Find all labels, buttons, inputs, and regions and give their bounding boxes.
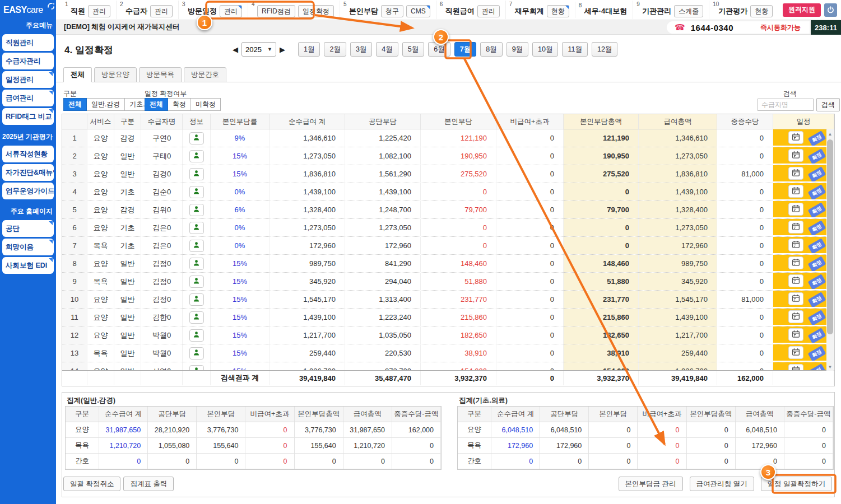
column-header: 수급자명 — [141, 114, 183, 129]
topmenu-sub-button[interactable]: 관리 — [477, 5, 500, 17]
month-button[interactable]: 11월 — [562, 42, 587, 57]
recipient-info-button[interactable] — [189, 258, 204, 270]
footer-button-left[interactable]: 집계표 출력 — [123, 477, 174, 491]
schedule-calendar-button[interactable] — [788, 221, 803, 234]
topmenu-sub-button[interactable]: 일정확정 — [298, 5, 334, 17]
sidebar-item[interactable]: 희망이음 — [2, 239, 54, 255]
year-select[interactable]: 2025 ▼ — [241, 42, 276, 57]
topmenu-sub-button[interactable]: 현황 — [750, 5, 773, 17]
row-number: 4 — [62, 183, 87, 200]
topmenu-sub-button[interactable]: 스케줄 — [674, 5, 703, 17]
recipient-class: 일반 — [114, 147, 141, 165]
column-header: 정보 — [183, 114, 211, 129]
month-button[interactable]: 4월 — [376, 42, 398, 57]
sidebar-item[interactable]: 급여관리 — [2, 90, 54, 106]
recipient-info-button[interactable] — [189, 311, 204, 324]
schedule-calendar-button[interactable] — [788, 203, 803, 216]
month-buttons: 1월2월3월4월5월6월7월8월9월10월11월12월 — [298, 42, 617, 57]
schedule-cell: 확정 — [773, 219, 827, 236]
month-button[interactable]: 7월 — [454, 42, 476, 57]
recipient-info-button[interactable] — [189, 240, 204, 252]
recipient-info-button[interactable] — [189, 150, 204, 162]
footer-button-left[interactable]: 일괄 확정취소 — [63, 477, 120, 491]
scrollbar[interactable]: ▲ ▼ — [826, 130, 834, 371]
month-button[interactable]: 5월 — [402, 42, 424, 57]
schedule-calendar-button[interactable] — [788, 256, 803, 269]
person-icon — [193, 349, 200, 358]
sidebar-item[interactable]: 수급자관리 — [2, 53, 54, 69]
schedule-calendar-button[interactable] — [788, 310, 803, 323]
tab-all[interactable]: 전체 — [63, 67, 92, 82]
topmenu-item-number: 6 — [440, 1, 443, 7]
sidebar-item[interactable]: 직원관리 — [2, 34, 54, 51]
calendar-icon — [792, 276, 800, 286]
topmenu-sub-button[interactable]: 청구 — [381, 5, 403, 17]
footer-button-right[interactable]: 본인부담금 관리 — [619, 477, 683, 491]
filter-button[interactable]: 확정 — [168, 98, 191, 111]
schedule-calendar-button[interactable] — [788, 239, 803, 251]
schedule-calendar-button[interactable] — [788, 185, 803, 198]
next-year-icon[interactable]: ▶ — [280, 45, 285, 54]
recipient-info-button[interactable] — [189, 222, 204, 234]
recipient-class: 일반 — [114, 255, 141, 272]
recipient-info-button[interactable] — [189, 186, 204, 198]
remote-support-button[interactable]: 원격지원 — [783, 3, 821, 17]
topmenu-sub-button[interactable]: 현황 — [547, 5, 569, 17]
recipient-info-button[interactable] — [189, 168, 204, 180]
recipient-info-button[interactable] — [189, 347, 204, 360]
topmenu-sub-button[interactable]: CMS — [406, 5, 430, 17]
month-button[interactable]: 3월 — [350, 42, 372, 57]
topmenu-sub-button[interactable]: 관리 — [88, 5, 110, 17]
recipient-info-button[interactable] — [189, 204, 204, 216]
sidebar-item[interactable]: 일정관리 — [2, 71, 54, 88]
recipient-info-button[interactable] — [189, 293, 204, 306]
month-button[interactable]: 1월 — [298, 42, 320, 57]
sidebar-item[interactable]: 공단 — [2, 220, 54, 237]
schedule-calendar-button[interactable] — [788, 131, 803, 144]
column-header: 비급여+초과 — [496, 114, 564, 129]
scrollbar-thumb[interactable] — [827, 139, 833, 334]
schedule-calendar-button[interactable] — [788, 364, 803, 370]
prev-year-icon[interactable]: ◀ — [233, 45, 238, 54]
filter-button[interactable]: 전체 — [63, 98, 87, 111]
month-button[interactable]: 12월 — [592, 42, 617, 57]
footer-button-right[interactable]: 급여관리창 열기 — [690, 477, 754, 491]
recipient-info-button[interactable] — [189, 132, 204, 144]
schedule-calendar-button[interactable] — [788, 346, 803, 359]
schedule-calendar-button[interactable] — [788, 292, 803, 305]
month-button[interactable]: 6월 — [428, 42, 450, 57]
schedule-calendar-button[interactable] — [788, 149, 803, 162]
scroll-down-icon[interactable]: ▼ — [826, 363, 834, 371]
sidebar-item[interactable]: 자가진단&매뉴얼 — [2, 164, 54, 181]
sidebar-item[interactable]: 사회보험 EDI — [2, 257, 54, 274]
month-button[interactable]: 8월 — [480, 42, 502, 57]
schedule-calendar-button[interactable] — [788, 328, 803, 341]
topmenu-item-number: 3 — [182, 1, 185, 7]
footer-button-right[interactable]: 일정 일괄확정하기 — [761, 477, 832, 491]
topmenu-sub-button[interactable]: 관리 — [220, 5, 242, 17]
noncovered-excess: 0 — [496, 326, 564, 344]
filter-button[interactable]: 미확정 — [190, 98, 221, 111]
power-icon[interactable] — [824, 3, 837, 17]
topmenu-sub-button[interactable]: 관리 — [150, 5, 173, 17]
recipient-info-button[interactable] — [189, 276, 204, 288]
filter-button[interactable]: 일반.감경 — [86, 98, 125, 111]
search-button[interactable]: 검색 — [816, 98, 840, 111]
month-button[interactable]: 10월 — [532, 42, 558, 57]
schedule-calendar-button[interactable] — [788, 167, 803, 180]
topmenu-sub-button[interactable]: RFID점검 — [257, 5, 295, 17]
sidebar-item[interactable]: 서류작성현황 — [2, 146, 54, 162]
tab-service[interactable]: 방문요양 — [94, 67, 137, 82]
recipient-info-button[interactable] — [189, 365, 204, 371]
sidebar-item[interactable]: 업무운영가이드 — [2, 183, 54, 199]
month-button[interactable]: 2월 — [324, 42, 346, 57]
tab-service[interactable]: 방문목욕 — [139, 67, 182, 82]
sidebar-item[interactable]: RFID태그 비교 — [2, 108, 54, 125]
month-button[interactable]: 9월 — [507, 42, 528, 57]
scroll-up-icon[interactable]: ▲ — [826, 130, 834, 138]
tab-service[interactable]: 방문간호 — [184, 67, 226, 82]
filter-button[interactable]: 전체 — [145, 98, 168, 111]
schedule-calendar-button[interactable] — [788, 274, 803, 287]
search-input[interactable] — [758, 99, 814, 111]
recipient-info-button[interactable] — [189, 329, 204, 342]
